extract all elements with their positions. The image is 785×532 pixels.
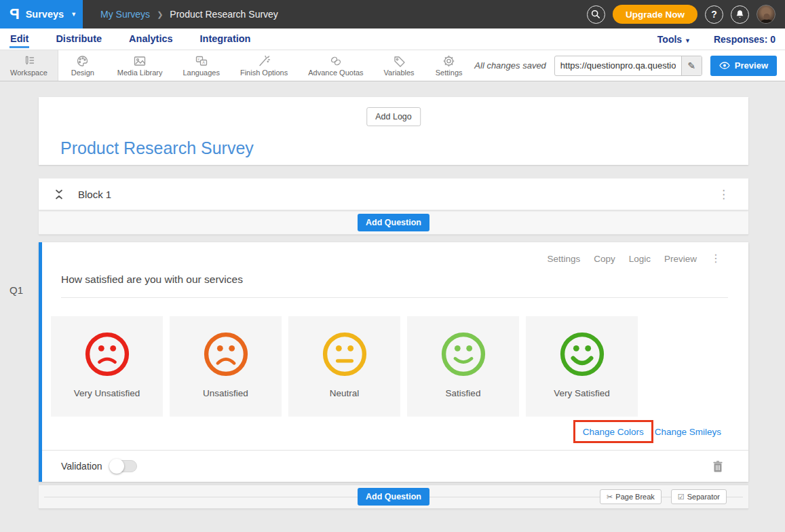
question-title[interactable]: How satisfied are you with our services: [61, 273, 243, 285]
very-unsatisfied-smiley-icon: [82, 329, 132, 379]
block-menu-button[interactable]: ⋮: [718, 189, 729, 200]
smiley-options: Very Unsatisfied Unsatisfied: [51, 316, 748, 417]
questionpro-app: P Surveys ▼ My Surveys ❯ Product Researc…: [0, 0, 785, 532]
palette-icon: [76, 54, 89, 67]
tab-analytics[interactable]: Analytics: [128, 30, 173, 48]
toolbar-design[interactable]: Design: [58, 50, 107, 81]
option-neutral[interactable]: Neutral: [288, 316, 400, 417]
scissors-icon: ✂: [607, 493, 613, 501]
eye-icon: [719, 62, 730, 69]
collapse-block-button[interactable]: [55, 189, 63, 200]
person-silhouette-icon: [757, 14, 776, 24]
toolbar-media-library[interactable]: Media Library: [107, 50, 173, 81]
editor-toolbar: Workspace Design Media Library xA Langua…: [0, 50, 785, 81]
block-header: Block 1 ⋮: [39, 178, 748, 210]
toolbar-settings[interactable]: Settings: [425, 50, 474, 81]
option-label: Unsatisfied: [203, 388, 248, 398]
product-switcher[interactable]: P Surveys ▼: [0, 0, 83, 28]
breadcrumb-separator-icon: ❯: [157, 10, 163, 19]
block-title[interactable]: Block 1: [78, 189, 111, 200]
page-break-button[interactable]: ✂ Page Break: [600, 489, 662, 504]
question-copy-link[interactable]: Copy: [594, 254, 615, 264]
add-question-row-top: Add Question: [39, 210, 748, 235]
gear-icon: [442, 54, 455, 67]
notifications-button[interactable]: [731, 5, 749, 24]
product-name: Surveys: [26, 9, 64, 20]
tools-dropdown[interactable]: Tools ▼: [657, 34, 691, 45]
satisfied-smiley-icon: [438, 329, 489, 379]
survey-title[interactable]: Product Research Survey: [60, 138, 254, 158]
survey-url-input[interactable]: [555, 60, 681, 71]
add-question-button-top[interactable]: Add Question: [358, 214, 429, 231]
unsatisfied-smiley-icon: [201, 329, 251, 379]
links-icon: [329, 54, 343, 67]
option-very-satisfied[interactable]: Very Satisfied: [526, 316, 638, 417]
validation-row: Validation: [42, 450, 748, 482]
question-settings-link[interactable]: Settings: [547, 254, 580, 264]
tab-distribute[interactable]: Distribute: [55, 30, 102, 48]
question-logic-link[interactable]: Logic: [629, 254, 651, 264]
edit-url-button[interactable]: ✎: [681, 56, 702, 75]
image-icon: [133, 54, 147, 67]
question-mark-icon: ?: [711, 9, 717, 20]
topbar-actions: Upgrade Now ?: [587, 0, 776, 28]
top-bar: P Surveys ▼ My Surveys ❯ Product Researc…: [0, 0, 785, 28]
option-label: Neutral: [330, 388, 360, 398]
trash-icon: [713, 461, 723, 472]
responses-count[interactable]: Responses: 0: [714, 34, 776, 45]
avatar[interactable]: [757, 5, 776, 24]
add-question-button-bottom[interactable]: Add Question: [358, 488, 429, 506]
toolbar-advance-quotas[interactable]: Advance Quotas: [298, 50, 373, 81]
separator-button[interactable]: ☑ Separator: [671, 489, 727, 504]
survey-url-box: ✎: [554, 56, 702, 76]
question-number: Q1: [9, 284, 23, 296]
add-question-row-bottom: Add Question ✂ Page Break ☑ Separator: [39, 484, 748, 509]
option-very-unsatisfied[interactable]: Very Unsatisfied: [51, 316, 163, 417]
change-colors-link[interactable]: Change Colors: [583, 427, 644, 437]
option-label: Satisfied: [446, 388, 481, 398]
pencil-icon: ✎: [687, 60, 695, 71]
collapse-icon: [55, 189, 63, 200]
help-button[interactable]: ?: [705, 5, 723, 24]
survey-header-card: Add Logo Product Research Survey: [39, 97, 748, 165]
svg-text:x: x: [197, 57, 199, 61]
wand-icon: [258, 54, 271, 67]
search-button[interactable]: [587, 5, 605, 24]
bell-icon: [735, 10, 744, 19]
workspace-icon: [22, 54, 35, 67]
validation-label: Validation: [61, 461, 102, 472]
tab-integration[interactable]: Integration: [199, 30, 252, 48]
change-smileys-link[interactable]: Change Smileys: [655, 427, 721, 437]
questionpro-logo: P: [9, 7, 20, 22]
workspace-canvas: Q1 Add Logo Product Research Survey Bloc…: [0, 81, 785, 532]
tag-icon: [393, 54, 406, 67]
question-menu-button[interactable]: ⋮: [710, 253, 721, 264]
toolbar-languages[interactable]: xA Languages: [172, 50, 229, 81]
breadcrumb-my-surveys[interactable]: My Surveys: [100, 9, 150, 20]
checkbox-icon: ☑: [678, 493, 685, 501]
breadcrumb-survey-name: Product Research Survey: [170, 9, 278, 20]
breadcrumb: My Surveys ❯ Product Research Survey: [100, 9, 278, 20]
very-satisfied-smiley-icon: [557, 329, 607, 379]
svg-text:A: A: [202, 60, 205, 64]
delete-question-button[interactable]: [713, 461, 723, 472]
search-icon: [591, 10, 600, 19]
option-satisfied[interactable]: Satisfied: [407, 316, 519, 417]
chevron-down-icon: ▼: [685, 37, 691, 44]
add-logo-button[interactable]: Add Logo: [366, 107, 421, 126]
option-label: Very Unsatisfied: [74, 388, 140, 398]
tab-edit[interactable]: Edit: [9, 30, 29, 48]
toolbar-finish-options[interactable]: Finish Options: [230, 50, 298, 81]
option-unsatisfied[interactable]: Unsatisfied: [170, 316, 282, 417]
upgrade-now-button[interactable]: Upgrade Now: [613, 5, 697, 24]
annotation-highlight-box: Change Colors: [573, 420, 653, 443]
toolbar-workspace[interactable]: Workspace: [0, 50, 58, 81]
validation-toggle[interactable]: [110, 460, 137, 472]
chevron-down-icon: ▼: [71, 11, 77, 18]
toolbar-variables[interactable]: Variables: [374, 50, 425, 81]
question-card: Settings Copy Logic Preview ⋮ How satisf…: [39, 242, 748, 482]
save-status: All changes saved: [474, 60, 546, 71]
question-preview-link[interactable]: Preview: [664, 254, 697, 264]
translate-icon: xA: [195, 54, 208, 67]
preview-button[interactable]: Preview: [710, 56, 777, 76]
